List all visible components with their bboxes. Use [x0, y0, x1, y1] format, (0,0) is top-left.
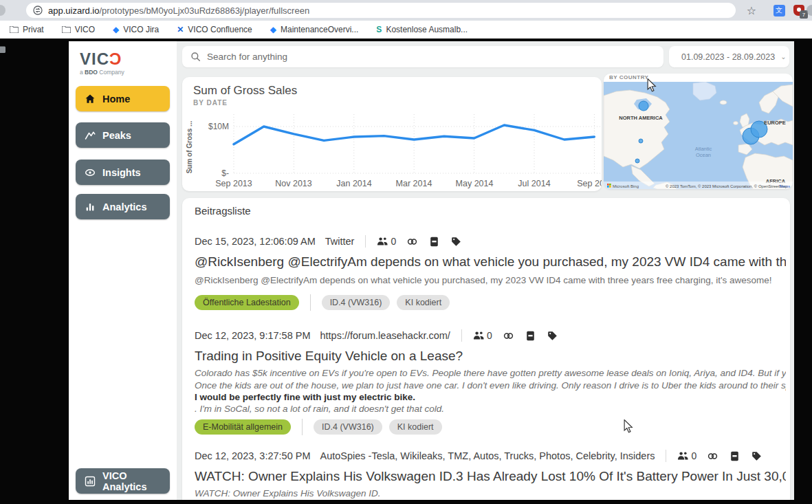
divider — [666, 450, 666, 462]
reach-indicator: 0 — [377, 234, 396, 248]
vico-logo: VICƆ a BDO Company — [80, 51, 124, 76]
post-body-line: Once the kids are out of the house, we p… — [195, 380, 786, 391]
link-icon[interactable] — [406, 236, 418, 248]
post-date: Dec 15, 2023, 12:06:09 AM — [195, 234, 316, 248]
folder-icon — [0, 45, 6, 53]
link-icon[interactable] — [503, 330, 514, 342]
post-source[interactable]: https://forum.leasehackr.com/ — [320, 329, 450, 342]
site-info-icon[interactable] — [33, 6, 43, 15]
xtick: Mar 2014 — [396, 179, 432, 188]
post-meta: Dec 15, 2023, 12:06:09 AM Twitter 0 — [195, 234, 786, 248]
post-item: Dec 12, 2023, 3:27:50 PM AutoSpies -Tesl… — [195, 449, 786, 500]
post-body-line: I would be perfectly fine with just my e… — [195, 391, 786, 403]
map-label: BY COUNTRY — [609, 74, 648, 80]
xtick: Nov 2013 — [275, 179, 312, 188]
screen: app.uizard.io/prototypes/bM0yoLjx03uRdz6… — [0, 0, 812, 504]
s-icon: S — [376, 25, 382, 34]
ocean-label: Ocean — [696, 152, 711, 158]
map-bubble-united-states[interactable] — [639, 139, 643, 143]
post-list-card: Beitragsliste Dec 15, 2023, 12:06:09 AM … — [182, 198, 790, 500]
sidebar-item-insights[interactable]: Insights — [76, 160, 170, 185]
date-range-picker[interactable]: 01.09.2023 - 28.09.2023 ⌄ — [669, 46, 789, 67]
link-icon[interactable] — [707, 450, 718, 462]
reach-indicator: 0 — [473, 329, 492, 342]
sidebar-item-peaks[interactable]: Peaks — [76, 122, 170, 148]
gross-sales-chart: Sum of Gross Sales BY DATE Sum of Gross … — [182, 77, 602, 191]
ytick-0: $- — [221, 168, 229, 178]
tag-icon[interactable] — [450, 236, 462, 248]
bookmark-vico-jira[interactable]: ◆ VICO Jira — [113, 25, 159, 34]
folder-icon — [62, 26, 71, 33]
sidebar-item-vico-analytics[interactable]: VICO Analytics — [76, 468, 170, 494]
tag-pill[interactable]: KI kodiert — [389, 419, 442, 435]
book-icon[interactable] — [525, 330, 536, 342]
tag-pill[interactable]: KI kodiert — [397, 295, 450, 310]
tag-icon[interactable] — [751, 450, 762, 462]
divider — [365, 235, 366, 248]
post-source[interactable]: Twitter — [325, 234, 355, 248]
translate-extension-icon[interactable]: 文 — [772, 3, 786, 17]
sidebar-item-analytics[interactable]: Analytics — [76, 194, 170, 219]
post-title[interactable]: WATCH: Owner Explains His Volkswagen ID.… — [195, 468, 786, 485]
bar-chart-icon — [85, 201, 96, 212]
bookmarks-bar: Privat VICO ◆ VICO Jira ✕ VICO Confluenc… — [0, 21, 812, 39]
post-title[interactable]: @RickIsenberg @ElectrifyAm depends on wh… — [195, 254, 786, 270]
extension-icon[interactable]: 7 — [792, 3, 806, 17]
analytics-board-icon — [85, 476, 96, 487]
country-map[interactable]: BY COUNTRY — [604, 74, 793, 189]
partial-icon — [0, 5, 6, 16]
bookmark-star-icon[interactable]: ☆ — [745, 3, 758, 17]
line-chart: Sum of Gross ... $10M $- Sep 2013 Nov 20… — [182, 102, 602, 191]
browser-toolbar: app.uizard.io/prototypes/bM0yoLjx03uRdz6… — [0, 0, 812, 21]
feed-title: Beitragsliste — [195, 205, 786, 217]
chevron-down-icon: ⌄ — [780, 53, 786, 61]
bookmark-kostenlose[interactable]: S Kostenlose Ausmalb... — [376, 25, 468, 34]
post-tags: E-Mobilität allgemein ID.4 (VW316) KI ko… — [195, 419, 786, 435]
post-meta: Dec 12, 2023, 3:27:50 PM AutoSpies -Tesl… — [195, 449, 786, 463]
bookmark-maintenance-overview[interactable]: ◆ MaintenanceOvervi... — [270, 25, 359, 34]
tag-icon[interactable] — [547, 330, 558, 342]
ylabel: Sum of Gross ... — [186, 120, 193, 173]
users-icon — [377, 236, 388, 248]
jira-diamond-icon: ◆ — [113, 25, 119, 34]
post-meta: Dec 12, 2023, 9:17:58 PM https://forum.l… — [195, 329, 786, 342]
world-map[interactable]: NORTH AMERICA EUROPE AFRICA Atlantic Oce… — [604, 82, 793, 189]
book-icon[interactable] — [729, 450, 740, 462]
post-body-line: . I'm in SoCal, so not a lot of rain, an… — [195, 403, 786, 415]
svg-text:Microsoft Bing: Microsoft Bing — [613, 184, 639, 188]
users-icon — [473, 330, 485, 342]
xtick: May 2014 — [456, 179, 494, 188]
sidebar-item-home[interactable]: Home — [76, 86, 170, 111]
tag-pill[interactable]: ID.4 (VW316) — [322, 295, 391, 310]
address-bar[interactable]: app.uizard.io/prototypes/bM0yoLjx03uRdz6… — [26, 3, 736, 18]
confluence-x-icon: ✕ — [177, 25, 184, 34]
book-icon[interactable] — [428, 236, 440, 248]
map-bubble-canada[interactable] — [639, 101, 648, 111]
reach-indicator: 0 — [677, 449, 696, 463]
bookmark-vico[interactable]: VICO — [62, 25, 95, 34]
map-bubble-mexico[interactable] — [635, 159, 639, 163]
peaks-icon — [85, 130, 96, 141]
post-tags: Öffentliche Ladestation ID.4 (VW316) KI … — [195, 294, 786, 311]
tag-pill-green[interactable]: E-Mobilität allgemein — [195, 419, 291, 435]
bookmark-vico-confluence[interactable]: ✕ VICO Confluence — [177, 25, 252, 34]
bookmark-privat[interactable]: Privat — [10, 25, 44, 34]
post-body-line: WATCH: Owner Explains His Volkswagen ID. — [195, 487, 786, 499]
tag-pill[interactable]: ID.4 (VW316) — [314, 419, 382, 435]
xtick: Jan 2014 — [336, 179, 371, 188]
divider — [310, 294, 311, 311]
jira-diamond-icon: ◆ — [270, 25, 276, 34]
tag-pill-green[interactable]: Öffentliche Ladestation — [195, 295, 299, 310]
post-item: Dec 15, 2023, 12:06:09 AM Twitter 0 @Ric… — [195, 234, 786, 311]
map-terms-link[interactable]: Terms — [779, 184, 790, 188]
ocean-label: Atlantic — [695, 146, 712, 152]
post-title[interactable]: Trading in Positive Equity Vehicle on a … — [195, 348, 786, 364]
post-source[interactable]: AutoSpies -Tesla, Wikileaks, TMZ, Autos,… — [320, 449, 655, 463]
search-bar — [182, 46, 663, 67]
divider — [461, 329, 462, 342]
ytick-10m: $10M — [208, 122, 229, 131]
eye-icon — [85, 167, 96, 178]
search-icon — [190, 52, 201, 62]
xtick: Sep 2013 — [215, 179, 252, 188]
search-input[interactable] — [207, 52, 655, 62]
